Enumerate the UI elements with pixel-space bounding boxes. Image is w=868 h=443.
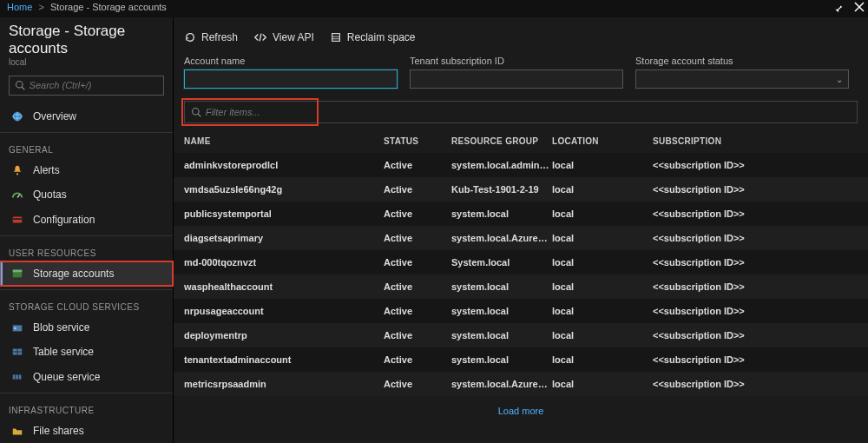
svg-rect-16 — [13, 374, 16, 379]
nav-blob-service[interactable]: Blob service — [0, 315, 173, 340]
table-row[interactable]: tenantextadminaccountActivesystem.locall… — [174, 347, 868, 372]
section-user-resources: USER RESOURCES — [0, 240, 173, 261]
cell-status: Active — [384, 379, 451, 389]
section-infrastructure: INFRASTRUCTURE — [0, 397, 173, 419]
nav-label: Table service — [33, 346, 94, 358]
breadcrumb-current: Storage - Storage accounts — [50, 2, 167, 12]
storage-account-icon — [10, 267, 24, 281]
nav-alerts[interactable]: Alerts — [0, 158, 173, 182]
sidebar-search-input[interactable] — [30, 80, 158, 90]
cell-rg: system.local — [451, 306, 552, 316]
col-rg[interactable]: RESOURCE GROUP — [451, 136, 552, 146]
nav-queue-service[interactable]: Queue service — [0, 364, 173, 388]
cell-location: local — [552, 233, 653, 243]
nav-file-shares[interactable]: File shares — [0, 419, 173, 443]
cell-name: publicsystemportal — [184, 208, 384, 219]
cell-location: local — [552, 160, 653, 170]
table-row[interactable]: metricsrpsaadminActivesystem.local.Azure… — [174, 372, 868, 396]
col-status[interactable]: STATUS — [384, 136, 451, 146]
account-name-input[interactable] — [190, 73, 391, 86]
cell-location: local — [552, 184, 653, 195]
svg-rect-17 — [16, 374, 18, 379]
col-location[interactable]: LOCATION — [552, 136, 653, 146]
table-row[interactable]: nrpusageaccountActivesystem.locallocal<<… — [174, 299, 868, 323]
nav-configuration[interactable]: Configuration — [0, 207, 173, 231]
nav-label: Configuration — [33, 214, 95, 226]
cell-name: adminkvstoreprodlcl — [184, 160, 384, 170]
nav-overview[interactable]: Overview — [0, 104, 173, 129]
cell-subscription: <<subscription ID>> — [653, 233, 847, 243]
table-row[interactable]: vmdsa5uzsle66ng42gActiveKub-Test-1901-2-… — [174, 177, 868, 202]
cell-subscription: <<subscription ID>> — [653, 330, 847, 341]
cell-subscription: <<subscription ID>> — [653, 306, 847, 316]
toolbar: Refresh View API Reclaim space — [184, 17, 858, 52]
filter-items-box[interactable] — [184, 101, 858, 123]
cell-rg: system.local — [451, 354, 552, 365]
cell-subscription: <<subscription ID>> — [653, 160, 847, 170]
table-row[interactable]: publicsystemportalActivesystem.localloca… — [174, 202, 868, 226]
cell-status: Active — [384, 208, 451, 219]
table-row[interactable]: adminkvstoreprodlclActivesystem.local.ad… — [174, 153, 868, 177]
tenant-sub-input[interactable] — [416, 73, 617, 86]
breadcrumb: Home > Storage - Storage accounts — [0, 0, 868, 17]
nav-quotas[interactable]: Quotas — [0, 182, 173, 207]
cell-status: Active — [384, 184, 451, 195]
nav-storage-accounts[interactable]: Storage accounts — [0, 261, 173, 286]
close-icon[interactable] — [854, 2, 865, 14]
pin-icon[interactable] — [832, 2, 844, 14]
account-name-input-wrap[interactable] — [184, 69, 398, 89]
gauge-icon — [10, 188, 24, 202]
tenant-sub-input-wrap[interactable] — [410, 69, 623, 89]
account-name-label: Account name — [184, 56, 398, 66]
cell-status: Active — [384, 330, 451, 341]
load-more-link[interactable]: Load more — [498, 406, 544, 416]
status-label: Storage account status — [635, 56, 849, 66]
cell-name: deploymentrp — [184, 330, 384, 341]
cell-rg: system.local — [451, 281, 552, 292]
sidebar-search[interactable] — [9, 76, 164, 96]
search-icon — [190, 106, 202, 118]
bell-icon — [10, 163, 24, 177]
refresh-button[interactable]: Refresh — [184, 31, 238, 43]
filter-row: Account name Tenant subscription ID Stor… — [184, 52, 858, 89]
svg-point-5 — [16, 173, 18, 175]
cell-rg: system.local.AzureMon… — [451, 379, 552, 389]
cell-rg: system.local — [451, 208, 552, 219]
cell-location: local — [552, 379, 653, 389]
svg-line-1 — [23, 88, 25, 90]
col-subscription[interactable]: SUBSCRIPTION — [653, 136, 847, 146]
sidebar: Storage - Storage accounts local Overvie… — [0, 17, 174, 443]
cell-location: local — [552, 208, 653, 219]
cell-name: tenantextadminaccount — [184, 354, 384, 365]
main-content: Refresh View API Reclaim space Account n… — [174, 17, 868, 443]
nav-table-service[interactable]: Table service — [0, 340, 173, 364]
reclaim-space-button[interactable]: Reclaim space — [330, 31, 416, 43]
cell-name: vmdsa5uzsle66ng42g — [184, 184, 384, 195]
nav-label: Alerts — [33, 164, 60, 176]
cell-subscription: <<subscription ID>> — [653, 281, 847, 292]
view-api-button[interactable]: View API — [253, 31, 314, 43]
globe-icon — [10, 109, 24, 123]
section-cloud-services: STORAGE CLOUD SERVICES — [0, 294, 173, 315]
svg-line-6 — [17, 195, 20, 198]
blob-icon — [10, 321, 24, 334]
breadcrumb-home[interactable]: Home — [7, 2, 32, 12]
col-name[interactable]: NAME — [184, 136, 384, 146]
cell-status: Active — [384, 257, 451, 268]
status-dropdown[interactable]: ⌄ — [635, 69, 849, 89]
cell-name: metricsrpsaadmin — [184, 379, 384, 389]
cell-status: Active — [384, 233, 451, 243]
section-general: GENERAL — [0, 136, 173, 158]
table-row[interactable]: deploymentrpActivesystem.locallocal<<sub… — [174, 323, 868, 347]
table-row[interactable]: diagsetsaprimaryActivesystem.local.Azure… — [174, 226, 868, 250]
cell-location: local — [552, 257, 653, 268]
svg-point-24 — [192, 109, 199, 116]
filter-items-input[interactable] — [206, 107, 852, 117]
cell-rg: System.local — [451, 257, 552, 268]
svg-rect-18 — [19, 374, 22, 379]
svg-rect-10 — [13, 269, 23, 272]
table-row[interactable]: md-000tqoznvztActiveSystem.locallocal<<s… — [174, 250, 868, 274]
breadcrumb-sep: > — [35, 2, 47, 12]
cell-name: nrpusageaccount — [184, 306, 384, 316]
table-row[interactable]: wasphealthaccountActivesystem.locallocal… — [174, 274, 868, 299]
